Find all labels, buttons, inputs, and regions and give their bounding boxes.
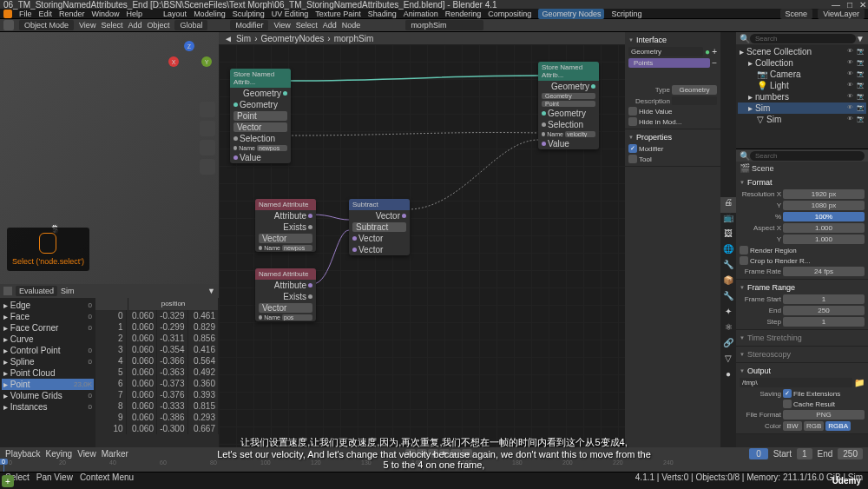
scene-dropdown[interactable]: Scene [780, 9, 813, 19]
menu-help[interactable]: Help [127, 10, 143, 18]
ss-row[interactable]: 40.060-0.3660.564 [95, 355, 219, 367]
ss-row[interactable]: 70.060-0.3760.393 [95, 389, 219, 400]
socket-in[interactable] [259, 315, 262, 320]
ss-row[interactable]: 10.060-0.2990.829 [95, 321, 219, 333]
hide-value-check[interactable] [628, 107, 637, 116]
pct-input[interactable]: 100% [783, 212, 865, 221]
tab-physics-icon[interactable]: ⚛ [720, 322, 736, 338]
outliner-item[interactable]: ▸numbers👁📷 [738, 91, 866, 102]
tb-select[interactable]: Select [101, 21, 122, 30]
hide-mod-check[interactable] [628, 117, 637, 126]
ss-tree-item[interactable]: ▸ Edge0 [2, 300, 94, 311]
ss-row[interactable]: 100.060-0.3000.667 [95, 423, 219, 434]
name-input[interactable] [282, 314, 312, 320]
tab-particle-icon[interactable]: ✦ [720, 307, 736, 322]
output-panel[interactable]: Output [740, 365, 865, 377]
workspace-uv[interactable]: UV Editing [272, 10, 309, 18]
frame-start-input[interactable]: 1 [783, 294, 865, 304]
workspace-geonodes[interactable]: Geometry Nodes [538, 9, 604, 19]
editor-type-icon[interactable] [3, 20, 14, 30]
tab-world-icon[interactable]: 🔧 [720, 260, 736, 275]
menu-file[interactable]: File [19, 10, 32, 18]
bc-0[interactable]: Sim [236, 34, 251, 43]
ss-tree-item[interactable]: ▸ Instances0 [2, 401, 94, 413]
bc-2[interactable]: morphSim [334, 34, 374, 43]
socket-out[interactable] [308, 283, 312, 287]
ss-obj[interactable]: Sim [61, 287, 75, 295]
workspace-compositing[interactable]: Compositing [488, 10, 531, 18]
ss-tree-item[interactable]: ▸ Curve [2, 334, 94, 345]
workspace-modeling[interactable]: Modeling [194, 10, 226, 18]
node-store-named-attribute-2[interactable]: Store Named Attrib... Geometry Geometry … [538, 62, 599, 149]
modifier-check[interactable] [628, 144, 637, 153]
format-panel[interactable]: Format [740, 176, 865, 188]
ss-row[interactable]: 90.060-0.3860.293 [95, 412, 219, 423]
socket-out[interactable] [591, 84, 595, 89]
tl-start-input[interactable]: 1 [797, 448, 812, 459]
cache-check[interactable] [783, 400, 792, 408]
tb-view[interactable]: View [79, 21, 95, 30]
ss-col-header[interactable]: position [128, 298, 219, 310]
tool-check[interactable] [628, 155, 637, 163]
framerate-dropdown[interactable]: 24 fps [783, 267, 865, 276]
ss-tree-item[interactable]: ▸ Face Corner0 [2, 322, 94, 334]
fileext-check[interactable] [783, 389, 792, 398]
object-mode-dropdown[interactable]: Object Mode [19, 20, 74, 30]
tab-output-icon[interactable]: 📺 [720, 213, 736, 228]
aspect-y-input[interactable]: 1.000 [783, 235, 865, 244]
ss-tree-item[interactable]: ▸ Point23,0K [2, 379, 94, 390]
ss-tree-item[interactable]: ▸ Face0 [2, 311, 94, 322]
tb2-view[interactable]: View [273, 21, 290, 30]
tab-material-icon[interactable]: ● [720, 369, 736, 385]
workspace-shading[interactable]: Shading [368, 10, 397, 18]
tl-view[interactable]: View [77, 449, 96, 459]
bc-1[interactable]: GeometryNodes [260, 34, 324, 43]
node-hdr[interactable]: Store Named Attrib... [538, 62, 599, 81]
type-dropdown[interactable]: Geometry [672, 85, 717, 95]
socket-out[interactable] [308, 294, 312, 299]
props-search[interactable]: Search [750, 151, 865, 161]
remove-icon[interactable]: − [712, 58, 717, 68]
workspace-rendering[interactable]: Rendering [445, 10, 482, 18]
tb-add[interactable]: Add [128, 21, 141, 30]
outliner-search[interactable]: Search [750, 34, 856, 43]
menu-render[interactable]: Render [59, 10, 85, 18]
outliner-item[interactable]: ▸Scene Collection👁📷 [738, 46, 866, 57]
viewport-3d[interactable]: 5 X Y Z Select ('node.select') Evaluated [0, 32, 219, 461]
tb2-node[interactable]: Node [342, 21, 361, 30]
workspace-animation[interactable]: Animation [404, 10, 438, 18]
pan-icon[interactable] [200, 121, 215, 136]
name-input[interactable] [257, 145, 287, 151]
properties-panel[interactable]: Properties [628, 131, 717, 143]
workspace-layout[interactable]: Layout [163, 10, 187, 18]
socket-in[interactable] [233, 136, 238, 141]
outliner-item[interactable]: 💡Light👁📷 [738, 80, 866, 91]
desc-input[interactable] [672, 96, 717, 105]
tab-scene-icon[interactable]: 🌐 [720, 244, 736, 260]
camera-icon[interactable] [200, 140, 215, 155]
tab-modifier-icon[interactable]: 🔧 [720, 291, 736, 307]
socket-in[interactable] [542, 142, 546, 146]
tab-object-icon[interactable]: 📦 [720, 275, 736, 291]
node-named-attribute-2[interactable]: Named Attribute Attribute Exists Vector … [255, 268, 316, 321]
playhead[interactable] [3, 459, 4, 472]
menu-edit[interactable]: Edit [39, 10, 53, 18]
outliner-item[interactable]: ▽Sim👁📷 [738, 114, 866, 125]
tl-keying[interactable]: Keying [46, 449, 73, 459]
node-subtract[interactable]: Subtract Vector Subtract Vector Vector [349, 199, 410, 255]
current-frame-input[interactable]: 0 [749, 448, 768, 459]
socket-out[interactable] [402, 214, 406, 218]
outliner-item[interactable]: ▸Sim👁📷 [738, 102, 866, 114]
outliner-item[interactable]: ▸Collection👁📷 [738, 57, 866, 69]
res-y-input[interactable]: 1080 px [783, 201, 865, 210]
tab-render-icon[interactable]: 🖨 [720, 197, 736, 213]
tab-viewlayer-icon[interactable]: 🖼 [720, 228, 736, 244]
filter-icon[interactable]: ▼ [856, 34, 865, 43]
socket-in[interactable] [233, 146, 237, 150]
interface-panel[interactable]: Interface [628, 34, 717, 46]
socket-out[interactable] [308, 214, 312, 218]
tl-end-input[interactable]: 250 [838, 448, 863, 459]
ss-editor-icon[interactable] [3, 287, 12, 295]
socket-in[interactable] [352, 248, 357, 252]
tb2-select[interactable]: Select [296, 21, 318, 30]
